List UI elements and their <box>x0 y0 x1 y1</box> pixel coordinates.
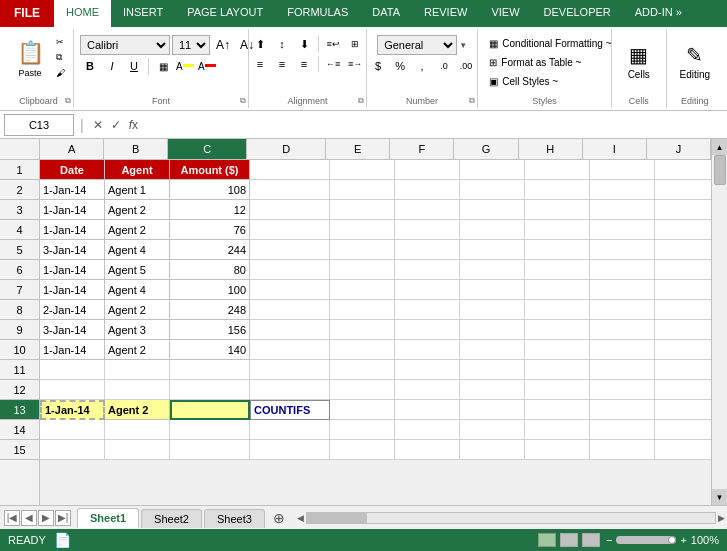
row-header-9[interactable]: 9 <box>0 320 39 340</box>
cell-g1[interactable] <box>460 160 525 180</box>
add-sheet-button[interactable]: ⊕ <box>267 508 291 528</box>
row-header-8[interactable]: 8 <box>0 300 39 320</box>
align-top-button[interactable]: ⬆ <box>250 35 270 53</box>
cell-e1[interactable] <box>330 160 395 180</box>
tab-insert[interactable]: INSERT <box>111 0 175 27</box>
row-header-7[interactable]: 7 <box>0 280 39 300</box>
sheet-tab-sheet3[interactable]: Sheet3 <box>204 509 265 528</box>
alignment-expand-icon[interactable]: ⧉ <box>358 96 364 106</box>
row-header-12[interactable]: 12 <box>0 380 39 400</box>
cell-b8[interactable]: Agent 2 <box>105 300 170 320</box>
col-header-e[interactable]: E <box>326 139 390 159</box>
page-break-button[interactable] <box>582 533 600 547</box>
cell-h2[interactable] <box>525 180 590 200</box>
last-sheet-button[interactable]: ▶| <box>55 510 71 526</box>
font-expand-icon[interactable]: ⧉ <box>240 96 246 106</box>
cell-j2[interactable] <box>655 180 711 200</box>
cell-b2[interactable]: Agent 1 <box>105 180 170 200</box>
cell-j1[interactable] <box>655 160 711 180</box>
cell-a5[interactable]: 3-Jan-14 <box>40 240 105 260</box>
conditional-formatting-button[interactable]: ▦ Conditional Formatting ~ <box>484 35 616 52</box>
currency-button[interactable]: $ <box>368 57 388 75</box>
cell-styles-button[interactable]: ▣ Cell Styles ~ <box>484 73 563 90</box>
italic-button[interactable]: I <box>102 57 122 75</box>
row-header-1[interactable]: 1 <box>0 160 39 180</box>
align-middle-button[interactable]: ↕ <box>272 35 292 53</box>
cell-c1[interactable]: Amount ($) <box>170 160 250 180</box>
cell-a4[interactable]: 1-Jan-14 <box>40 220 105 240</box>
row-header-11[interactable]: 11 <box>0 360 39 380</box>
cell-c7[interactable]: 100 <box>170 280 250 300</box>
cancel-formula-button[interactable]: ✕ <box>90 118 106 132</box>
cell-b3[interactable]: Agent 2 <box>105 200 170 220</box>
cell-c3[interactable]: 12 <box>170 200 250 220</box>
scroll-right-button[interactable]: ▶ <box>716 513 727 523</box>
cell-f1[interactable] <box>395 160 460 180</box>
cell-a1[interactable]: Date <box>40 160 105 180</box>
fill-color-button[interactable]: A <box>175 57 195 75</box>
indent-increase-button[interactable]: ≡→ <box>345 55 365 73</box>
tab-home[interactable]: HOME <box>54 0 111 27</box>
col-header-h[interactable]: H <box>519 139 583 159</box>
row-header-6[interactable]: 6 <box>0 260 39 280</box>
cell-a9[interactable]: 3-Jan-14 <box>40 320 105 340</box>
zoom-slider-track[interactable] <box>616 536 676 544</box>
decrease-decimal-button[interactable]: .0 <box>434 57 454 75</box>
number-format-select[interactable]: General <box>377 35 457 55</box>
cell-e2[interactable] <box>330 180 395 200</box>
cell-b7[interactable]: Agent 4 <box>105 280 170 300</box>
editing-button[interactable]: ✎ Editing <box>671 38 720 85</box>
cell-a10[interactable]: 1-Jan-14 <box>40 340 105 360</box>
scroll-thumb[interactable] <box>714 155 726 185</box>
cell-a7[interactable]: 1-Jan-14 <box>40 280 105 300</box>
cut-button[interactable]: ✂ <box>52 35 69 49</box>
cell-c9[interactable]: 156 <box>170 320 250 340</box>
cells-button[interactable]: ▦ Cells <box>619 38 659 85</box>
cell-i1[interactable] <box>590 160 655 180</box>
insert-function-button[interactable]: fx <box>126 118 141 132</box>
percent-button[interactable]: % <box>390 57 410 75</box>
row-header-2[interactable]: 2 <box>0 180 39 200</box>
col-header-f[interactable]: F <box>390 139 454 159</box>
bold-button[interactable]: B <box>80 57 100 75</box>
copy-button[interactable]: ⧉ <box>52 50 69 65</box>
tab-formulas[interactable]: FORMULAS <box>275 0 360 27</box>
cell-c10[interactable]: 140 <box>170 340 250 360</box>
increase-decimal-button[interactable]: .00 <box>456 57 476 75</box>
prev-sheet-button[interactable]: ◀ <box>21 510 37 526</box>
h-scroll-thumb[interactable] <box>307 513 367 523</box>
row-header-4[interactable]: 4 <box>0 220 39 240</box>
row-header-14[interactable]: 14 <box>0 420 39 440</box>
border-button[interactable]: ▦ <box>153 57 173 75</box>
cell-h1[interactable] <box>525 160 590 180</box>
cell-b5[interactable]: Agent 4 <box>105 240 170 260</box>
row-header-5[interactable]: 5 <box>0 240 39 260</box>
cell-c5[interactable]: 244 <box>170 240 250 260</box>
sheet-tab-sheet1[interactable]: Sheet1 <box>77 508 139 528</box>
cell-c13[interactable] <box>170 400 250 420</box>
scroll-left-button[interactable]: ◀ <box>295 513 306 523</box>
cell-c2[interactable]: 108 <box>170 180 250 200</box>
scroll-track[interactable] <box>712 155 728 489</box>
number-expand-icon[interactable]: ⧉ <box>469 96 475 106</box>
cell-b9[interactable]: Agent 3 <box>105 320 170 340</box>
font-size-select[interactable]: 11 <box>172 35 210 55</box>
scroll-up-button[interactable]: ▲ <box>712 139 728 155</box>
increase-font-button[interactable]: A↑ <box>212 36 234 54</box>
vertical-scrollbar[interactable]: ▲ ▼ <box>711 139 727 505</box>
wrap-text-button[interactable]: ≡↩ <box>323 35 343 53</box>
align-right-button[interactable]: ≡ <box>294 55 314 73</box>
indent-decrease-button[interactable]: ←≡ <box>323 55 343 73</box>
row-header-13[interactable]: 13 <box>0 400 39 420</box>
comma-button[interactable]: , <box>412 57 432 75</box>
cell-a3[interactable]: 1-Jan-14 <box>40 200 105 220</box>
merge-button[interactable]: ⊞ <box>345 35 365 53</box>
formula-input[interactable] <box>145 114 723 136</box>
col-header-i[interactable]: I <box>583 139 647 159</box>
cell-g2[interactable] <box>460 180 525 200</box>
cell-b13[interactable]: Agent 2 <box>105 400 170 420</box>
tab-file[interactable]: FILE <box>0 0 54 27</box>
underline-button[interactable]: U <box>124 57 144 75</box>
cell-d13[interactable]: COUNTIFS <box>250 400 330 420</box>
confirm-formula-button[interactable]: ✓ <box>108 118 124 132</box>
